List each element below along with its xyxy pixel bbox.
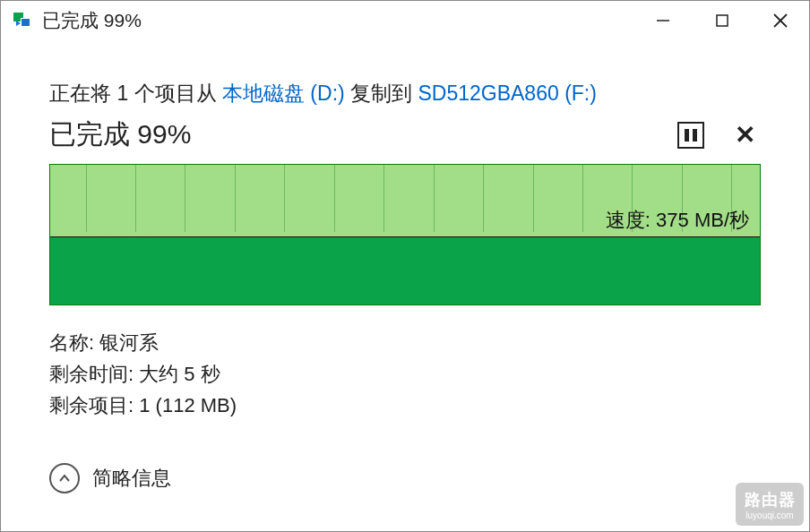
speed-chart: 速度: 375 MB/秒 xyxy=(49,164,761,305)
window-title: 已完成 99% xyxy=(42,8,142,33)
pause-icon xyxy=(685,129,689,142)
collapse-toggle[interactable]: 简略信息 xyxy=(49,463,761,493)
copy-prefix: 正在将 1 个项目从 xyxy=(49,82,222,105)
window-controls xyxy=(633,1,809,40)
speed-label: 速度: 375 MB/秒 xyxy=(606,207,749,234)
pause-button[interactable] xyxy=(677,122,704,149)
speed-indicator-line xyxy=(50,236,760,238)
chart-wave xyxy=(50,230,185,239)
close-button[interactable] xyxy=(752,1,809,40)
time-remaining-label: 剩余时间: xyxy=(49,363,139,385)
chevron-up-icon xyxy=(49,463,80,493)
collapse-label: 简略信息 xyxy=(92,465,171,492)
name-label: 名称: xyxy=(49,331,99,354)
minimize-button[interactable] xyxy=(633,1,693,40)
copy-mid: 复制到 xyxy=(345,82,418,105)
info-items-row: 剩余项目: 1 (112 MB) xyxy=(49,390,761,421)
close-icon: ✕ xyxy=(735,121,755,149)
copy-description: 正在将 1 个项目从 本地磁盘 (D:) 复制到 SD512GBA860 (F:… xyxy=(49,80,761,107)
maximize-button[interactable] xyxy=(693,1,752,40)
destination-drive-link[interactable]: SD512GBA860 (F:) xyxy=(418,82,596,105)
watermark-title: 路由器 xyxy=(745,489,796,511)
time-remaining-value: 大约 5 秒 xyxy=(139,363,220,385)
transfer-info: 名称: 银河系 剩余时间: 大约 5 秒 剩余项目: 1 (112 MB) xyxy=(49,327,761,422)
progress-status: 已完成 99% xyxy=(49,116,191,153)
info-time-row: 剩余时间: 大约 5 秒 xyxy=(49,358,761,390)
cancel-button[interactable]: ✕ xyxy=(735,123,755,148)
items-remaining-value: 1 (112 MB) xyxy=(139,394,237,416)
info-name-row: 名称: 银河系 xyxy=(49,327,761,358)
svg-rect-1 xyxy=(717,15,728,26)
copy-transfer-icon xyxy=(13,13,33,29)
name-value: 银河系 xyxy=(99,331,159,354)
source-drive-link[interactable]: 本地磁盘 (D:) xyxy=(222,82,345,105)
chart-fill xyxy=(50,237,760,305)
watermark: 路由器 luyouqi.com xyxy=(736,483,804,526)
watermark-url: luyouqi.com xyxy=(745,511,793,520)
items-remaining-label: 剩余项目: xyxy=(49,394,139,416)
